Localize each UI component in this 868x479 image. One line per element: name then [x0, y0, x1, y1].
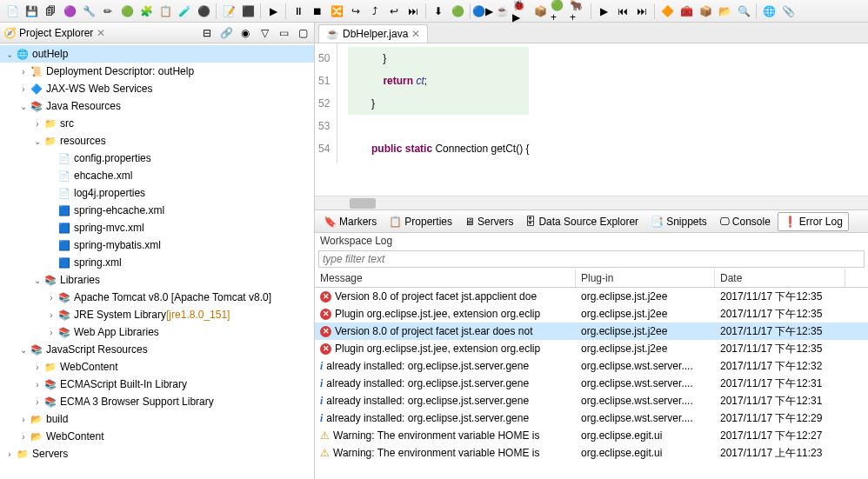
- tree-item[interactable]: 🟦spring.xml: [0, 254, 314, 271]
- toolbar-button[interactable]: 🔧: [80, 3, 97, 20]
- expand-icon[interactable]: ⌄: [17, 102, 30, 111]
- log-row[interactable]: ✕Plugin org.eclipse.jst.jee, extension o…: [315, 340, 868, 357]
- log-row[interactable]: ✕Version 8.0 of project facet jst.appcli…: [315, 288, 868, 305]
- col-plugin[interactable]: Plug-in: [576, 269, 715, 287]
- tree-item[interactable]: ›📚JRE System Library [jre1.8.0_151]: [0, 306, 314, 323]
- expand-icon[interactable]: ⌄: [17, 345, 30, 355]
- bottom-tab[interactable]: ❗Error Log: [778, 212, 849, 231]
- log-row[interactable]: ⚠Warning: The environment variable HOME …: [315, 444, 868, 462]
- toolbar-button[interactable]: 🗐: [42, 3, 59, 20]
- code-editor[interactable]: 5051525354 } return ct; } public static …: [315, 43, 868, 196]
- expand-icon[interactable]: ›: [3, 449, 16, 459]
- editor-tab[interactable]: ☕ DbHelper.java ✕: [318, 24, 428, 43]
- toolbar-button[interactable]: 📄: [3, 3, 21, 20]
- tree-item[interactable]: ›📚ECMA 3 Browser Support Library: [0, 393, 314, 410]
- tree-item[interactable]: 📄ehcache.xml: [0, 167, 314, 184]
- tree-item[interactable]: ›📜Deployment Descriptor: outHelp: [0, 63, 314, 80]
- project-tree[interactable]: ⌄🌐outHelp›📜Deployment Descriptor: outHel…: [0, 43, 314, 479]
- expand-icon[interactable]: ⌄: [31, 276, 43, 285]
- toolbar-button[interactable]: 📎: [779, 3, 797, 20]
- bottom-tab[interactable]: 📑Snippets: [645, 213, 712, 230]
- expand-icon[interactable]: ›: [31, 397, 43, 407]
- toolbar-button[interactable]: ↩: [385, 3, 403, 20]
- col-message[interactable]: Message: [315, 269, 576, 287]
- toolbar-button[interactable]: ▶: [264, 3, 282, 20]
- tree-item[interactable]: ⌄📚Libraries: [0, 271, 314, 289]
- toolbar-button[interactable]: 📂: [716, 3, 733, 20]
- tree-item[interactable]: ›📁Servers: [0, 445, 314, 462]
- tree-item[interactable]: 🟦spring-mybatis.xml: [0, 236, 314, 254]
- tree-item[interactable]: 📄config.properties: [0, 150, 314, 167]
- tree-item[interactable]: ⌄📁resources: [0, 132, 314, 150]
- bottom-tab[interactable]: 🖥Servers: [459, 213, 518, 230]
- toolbar-button[interactable]: 🔶: [658, 3, 676, 20]
- log-row[interactable]: ialready installed: org.eclipse.jst.serv…: [315, 392, 868, 409]
- log-row[interactable]: ialready installed: org.eclipse.jst.serv…: [315, 357, 868, 375]
- toolbar-button[interactable]: ↪: [347, 3, 364, 20]
- focus-icon[interactable]: ◉: [237, 25, 253, 41]
- bottom-tab[interactable]: 🔖Markers: [318, 213, 382, 230]
- toolbar-button[interactable]: ✏: [99, 3, 117, 20]
- toolbar-button[interactable]: ⚫: [195, 3, 212, 20]
- maximize-icon[interactable]: ▢: [295, 25, 310, 41]
- toolbar-button[interactable]: 📦: [697, 3, 714, 20]
- log-table-body[interactable]: ✕Version 8.0 of project facet jst.appcli…: [315, 288, 868, 462]
- tree-item[interactable]: ⌄🌐outHelp: [0, 45, 314, 63]
- minimize-icon[interactable]: ▭: [276, 25, 291, 41]
- bottom-tab[interactable]: 📋Properties: [384, 213, 457, 230]
- toolbar-button[interactable]: ☕: [493, 3, 511, 20]
- toolbar-button[interactable]: 🧪: [176, 3, 193, 20]
- tree-item[interactable]: 🟦spring-ehcache.xml: [0, 202, 314, 219]
- editor-horizontal-scrollbar[interactable]: [315, 196, 868, 210]
- toolbar-button[interactable]: ⏭: [633, 3, 651, 20]
- expand-icon[interactable]: ›: [31, 119, 43, 129]
- col-date[interactable]: Date: [715, 269, 845, 287]
- toolbar-button[interactable]: ⏮: [614, 3, 631, 20]
- expand-icon[interactable]: ›: [45, 328, 57, 337]
- toolbar-button[interactable]: ⬇: [430, 3, 447, 20]
- toolbar-button[interactable]: ⤴: [366, 3, 384, 20]
- bottom-tab[interactable]: 🗄Data Source Explorer: [520, 213, 644, 230]
- toolbar-button[interactable]: ⏸: [290, 3, 307, 20]
- expand-icon[interactable]: ›: [31, 363, 43, 372]
- toolbar-button[interactable]: 🔍: [735, 3, 752, 20]
- tree-item[interactable]: ⌄📚Java Resources: [0, 97, 314, 115]
- scrollbar-thumb[interactable]: [350, 198, 376, 209]
- toolbar-button[interactable]: 📦: [531, 3, 549, 20]
- tree-item[interactable]: ›📁src: [0, 115, 314, 132]
- toolbar-button[interactable]: 🐞▶: [512, 3, 530, 20]
- bottom-tab[interactable]: 🖵Console: [714, 213, 776, 230]
- tree-item[interactable]: ›📂build: [0, 410, 314, 428]
- log-row[interactable]: ✕Version 8.0 of project facet jst.ear do…: [315, 323, 868, 340]
- link-editor-icon[interactable]: 🔗: [218, 25, 234, 41]
- toolbar-button[interactable]: 🟣: [61, 3, 78, 20]
- toolbar-button[interactable]: 🔀: [328, 3, 345, 20]
- toolbar-button[interactable]: 🧩: [137, 3, 155, 20]
- toolbar-button[interactable]: 🔵▶: [474, 3, 491, 20]
- tree-item[interactable]: ›📂WebContent: [0, 428, 314, 445]
- tree-item[interactable]: ›📁WebContent: [0, 358, 314, 376]
- toolbar-button[interactable]: 🧰: [678, 3, 695, 20]
- toolbar-button[interactable]: 📋: [157, 3, 174, 20]
- explorer-close-icon[interactable]: ✕: [97, 27, 105, 39]
- log-row[interactable]: ialready installed: org.eclipse.jst.serv…: [315, 409, 868, 427]
- toolbar-button[interactable]: ⬛: [239, 3, 257, 20]
- expand-icon[interactable]: ›: [17, 432, 30, 442]
- toolbar-button[interactable]: 🐂+: [570, 3, 587, 20]
- expand-icon[interactable]: ›: [31, 380, 43, 389]
- toolbar-button[interactable]: ⏹: [309, 3, 326, 20]
- tree-item[interactable]: 🟦spring-mvc.xml: [0, 219, 314, 236]
- expand-icon[interactable]: ›: [17, 67, 30, 77]
- expand-icon[interactable]: ›: [45, 293, 57, 303]
- toolbar-button[interactable]: 🟢: [118, 3, 136, 20]
- log-row[interactable]: ⚠Warning: The environment variable HOME …: [315, 427, 868, 444]
- toolbar-button[interactable]: ⏭: [404, 3, 422, 20]
- toolbar-button[interactable]: 🟢+: [551, 3, 568, 20]
- tree-item[interactable]: ›🔷JAX-WS Web Services: [0, 80, 314, 97]
- filter-input[interactable]: [318, 250, 865, 268]
- close-tab-icon[interactable]: ✕: [411, 28, 420, 40]
- expand-icon[interactable]: ›: [45, 310, 57, 320]
- log-row[interactable]: ✕Plugin org.eclipse.jst.jee, extension o…: [315, 305, 868, 323]
- expand-icon[interactable]: ›: [17, 415, 30, 424]
- expand-icon[interactable]: ⌄: [31, 136, 43, 146]
